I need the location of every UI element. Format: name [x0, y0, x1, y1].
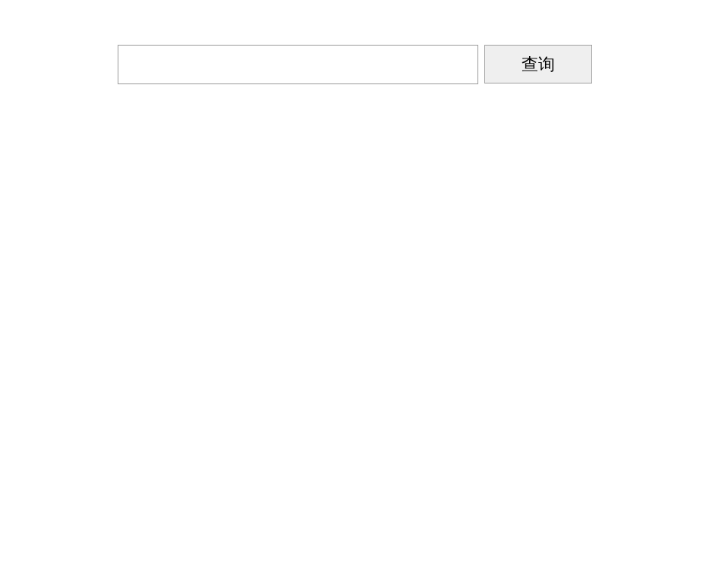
- search-input[interactable]: [118, 45, 478, 84]
- search-container: 查询: [0, 0, 728, 84]
- query-button[interactable]: 查询: [484, 45, 592, 83]
